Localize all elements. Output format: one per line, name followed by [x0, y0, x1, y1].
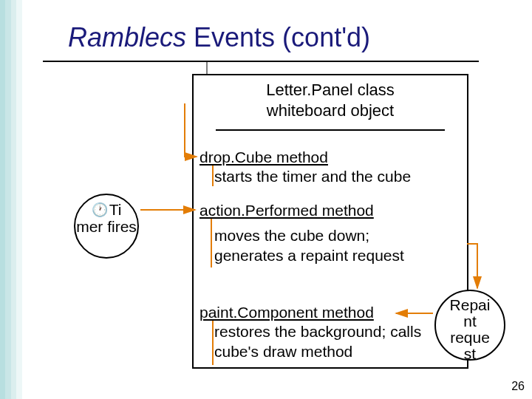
- paintcomponent-body: restores the background; calls cube's dr…: [214, 322, 466, 361]
- left-gradient-bar: [0, 0, 22, 399]
- repaint-request-bubble: Repai nt reque st: [434, 290, 505, 361]
- title-rest: Events (cont'd): [186, 22, 370, 52]
- class-header-line2: whiteboard object: [194, 100, 467, 121]
- dropcube-section: drop.Cube method starts the timer and th…: [200, 148, 411, 187]
- paintcomponent-section: paint.Component method restores the back…: [200, 303, 466, 361]
- paintcomponent-title: paint.Component method: [200, 304, 374, 321]
- class-header-line1: Letter.Panel class: [194, 80, 467, 100]
- actionperformed-section: action.Performed method moves the cube d…: [200, 201, 404, 265]
- dropcube-title: drop.Cube method: [200, 149, 328, 166]
- actionperformed-title: action.Performed method: [200, 202, 374, 219]
- actionperformed-body: moves the cube down; generates a repaint…: [214, 226, 404, 265]
- page-number: 26: [511, 380, 525, 393]
- slide-title: Ramblecs Events (cont'd): [68, 22, 370, 53]
- title-italic: Ramblecs: [68, 22, 186, 52]
- clock-icon: 🕐: [92, 203, 108, 218]
- class-header: Letter.Panel class whiteboard object: [194, 75, 467, 128]
- dropcube-body: starts the timer and the cube: [214, 167, 411, 186]
- header-rule: [216, 129, 445, 131]
- repaint-text: Repai nt reque st: [450, 296, 491, 362]
- timer-fires-bubble: 🕐Ti mer fires: [74, 194, 139, 259]
- title-underline: [43, 61, 479, 62]
